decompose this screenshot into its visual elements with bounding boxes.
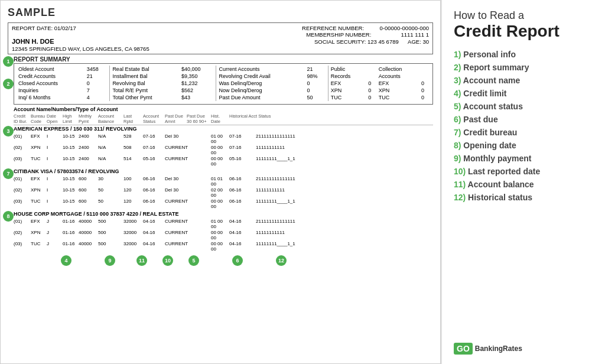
right-title-large: Credit Report [454, 22, 593, 41]
summary-row-0: Oldest Account 3458 Real Estate Bal $40,… [17, 66, 430, 73]
s1c8: Accounts [377, 73, 419, 80]
s1c7 [366, 73, 376, 80]
brand-footer: GO BankingRates [454, 343, 593, 355]
s2c1: 0 [85, 80, 110, 87]
s3c7: 0 [366, 87, 376, 94]
s2c0: Closed Accounts [17, 80, 85, 87]
s3c2: Total R/E Pymt [110, 87, 180, 94]
s4c8: TUC [377, 94, 419, 101]
bottom-badge-9: 9 [105, 255, 115, 266]
s3c9: 0 [419, 87, 430, 94]
list-item-6: 6) Past due [454, 115, 593, 124]
s0c2: Real Estate Bal [110, 66, 180, 73]
hdr-acct-status: AccountStatus [143, 113, 164, 124]
column-headers: CreditID Bur. BureauCode DateOpen HighLi… [14, 113, 433, 125]
account-house-corp: 8 HOUSE CORP MORTGAGE / 5110 000 37837 4… [14, 211, 433, 252]
reference-block: REFERENCE NUMBER: 0-00000-00000-000 [302, 25, 429, 31]
list-item-7: 7) Credit bureau [454, 128, 593, 137]
s0c5: 21 [305, 66, 328, 73]
s0c8: Collection [377, 66, 419, 73]
s0c7 [366, 66, 376, 73]
s2c5: 0 [305, 80, 328, 87]
amex-row-2: (02)XPNI10-152400N/A50807-16CURRENT00 00… [14, 144, 433, 155]
badge-7: 7 [3, 168, 14, 179]
summary-row-1: Credit Accounts 21 Installment Bal $9,35… [17, 73, 430, 80]
list-item-11: 11) Account balance [454, 180, 593, 189]
house-title: HOUSE CORP MORTGAGE / 5110 000 37837 422… [14, 211, 433, 217]
hdr-hist-date: Hist.Date [211, 113, 229, 124]
brand-go: GO [454, 343, 473, 355]
membership-label: MEMBERSHIP NUMBER: [306, 31, 371, 38]
report-header-top: REPORT DATE: 01/02/17 REFERENCE NUMBER: … [12, 25, 429, 31]
hdr-credit-id: CreditID Bur. [14, 113, 30, 124]
list-item-10: 10) Last reported date [454, 167, 593, 176]
account-citibank: 7 CITIBANK VISA / 578033574 / REVOLVING … [14, 168, 433, 209]
reference-value: 0-00000-00000-000 [380, 25, 429, 31]
badge-2: 2 [3, 79, 14, 89]
s1c6: Records [328, 73, 366, 80]
s4c1: 4 [85, 94, 110, 101]
list-item-12: 12) Historical status [454, 193, 593, 202]
s2c6: EFX [328, 80, 366, 87]
s4c7: 0 [366, 94, 376, 101]
hdr-acct-balance: AccountBalance [98, 113, 123, 124]
summary-row-3: Inquiries 7 Total R/E Pymt $562 Now Deli… [17, 87, 430, 94]
s4c9: 0 [419, 94, 430, 101]
citi-row-2: (02)XPNI10-156005012006-16Del 3002 00 00… [14, 187, 433, 198]
s1c4: Revolving Credit Avail [216, 73, 305, 80]
acct-name-label: Account Name/Numbers/Type of Account [14, 106, 433, 112]
brand-text: BankingRates [475, 344, 522, 353]
report-header-box: REPORT DATE: 01/02/17 REFERENCE NUMBER: … [8, 22, 433, 54]
citi-row-1: (01)EFXI10-156003010006-16Del 3001 01 00… [14, 176, 433, 187]
sample-label: SAMPLE [8, 6, 433, 19]
report-summary-section: REPORT SUMMARY Oldest Account 3458 Real … [14, 56, 433, 266]
report-date: REPORT DATE: 01/02/17 [12, 25, 76, 31]
s0c3: $40,000 [180, 66, 216, 73]
summary-table: Oldest Account 3458 Real Estate Bal $40,… [17, 66, 430, 101]
s3c3: $562 [180, 87, 216, 94]
s4c6: TUC [328, 94, 366, 101]
citi-row-3: (03)TUCI10-156005012006-16CURRENT00 00 0… [14, 198, 433, 209]
s3c8: XPN [377, 87, 419, 94]
summary-section-label: REPORT SUMMARY [14, 56, 433, 63]
hdr-date-open: DateOpen [47, 113, 62, 124]
person-name: JOHN H. DOE [12, 38, 54, 45]
s3c6: XPN [328, 87, 366, 94]
s3c0: Inquiries [17, 87, 85, 94]
summary-label-text: REPORT SUMMARY [14, 56, 70, 63]
s3c1: 7 [85, 87, 110, 94]
s4c3: $43 [180, 94, 216, 101]
bottom-badge-6: 6 [232, 255, 243, 266]
hdr-past-due-amnt: Past DueAmnt [165, 113, 186, 124]
s2c2: Revolving Bal [110, 80, 180, 87]
amex-title: AMERICAN EXPRESS / 150 030 311/ REVOLVIN… [14, 126, 433, 132]
summary-box: Oldest Account 3458 Real Estate Bal $40,… [14, 63, 433, 105]
bottom-badge-12: 12 [276, 255, 287, 266]
hdr-bureau: BureauCode [31, 113, 46, 124]
hdr-past-due-30: Past Due30 60 90+ [187, 113, 210, 124]
s2c9: 0 [419, 80, 430, 87]
s4c2: Total Other Pymt [110, 94, 180, 101]
house-row-3: (03)TUCJ01-16400005003200004-16CURRENT00… [14, 240, 433, 252]
citi-title: CITIBANK VISA / 578033574 / REVOLVING [14, 168, 433, 174]
age-label: AGE: 30 [408, 38, 429, 45]
report-header-mid: MEMBERSHIP NUMBER: 1111 111 1 [12, 31, 429, 38]
account-amex: 3 AMERICAN EXPRESS / 150 030 311/ REVOLV… [14, 126, 433, 167]
s0c4: Current Accounts [216, 66, 305, 73]
hdr-high-limit: HighLimit [63, 113, 78, 124]
house-row-2: (02)XPNJ01-16400005003200004-16CURRENT00… [14, 229, 433, 240]
s4c5: 50 [305, 94, 328, 101]
s4c0: Inq/ 6 Months [17, 94, 85, 101]
house-row-1: (01)EFXJ01-16400005003200004-16CURRENT01… [14, 218, 433, 229]
s3c4: Now Delinq/Derog [216, 87, 305, 94]
s2c4: Was Delinq/Derog [216, 80, 305, 87]
list-item-3: 3) Account name [454, 76, 593, 85]
summary-row-2: Closed Accounts 0 Revolving Bal $1,232 W… [17, 80, 430, 87]
name-row: JOHN H. DOE SOCIAL SECURITY: 123 45 6789… [12, 38, 429, 45]
bottom-badge-11: 11 [136, 255, 147, 266]
reference-label: REFERENCE NUMBER: [302, 25, 364, 31]
s1c3: $9,350 [180, 73, 216, 80]
list-item-9: 9) Monthly payment [454, 154, 593, 163]
badge-1: 1 [3, 56, 14, 67]
right-title-small: How to Read a [454, 9, 593, 22]
